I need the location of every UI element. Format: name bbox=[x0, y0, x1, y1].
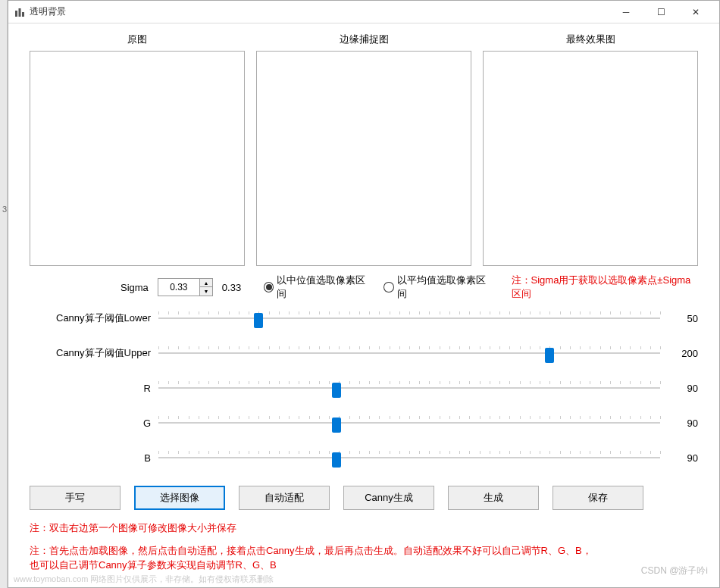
edge-label: 边缘捕捉图 bbox=[256, 33, 471, 46]
note-1: 注：双击右边第一个图像可修改图像大小并保存 bbox=[30, 521, 698, 536]
close-button[interactable]: ✕ bbox=[678, 1, 713, 23]
sigma-radio-group: 以中位值选取像素区间 以平均值选取像素区间 bbox=[264, 274, 488, 301]
slider-upper-value: 200 bbox=[660, 348, 698, 359]
slider-r-track[interactable] bbox=[158, 381, 660, 395]
slider-lower-value: 50 bbox=[660, 313, 698, 324]
result-image-box[interactable] bbox=[483, 51, 698, 266]
slider-r-row: R 90 bbox=[30, 381, 698, 395]
sigma-up-button[interactable]: ▲ bbox=[200, 279, 212, 287]
button-row: 手写 选择图像 自动适配 Canny生成 生成 保存 bbox=[30, 486, 698, 510]
left-strip-value: 3 bbox=[2, 205, 7, 214]
slider-lower-track[interactable] bbox=[158, 311, 660, 325]
slider-r-thumb[interactable] bbox=[332, 383, 341, 398]
save-button[interactable]: 保存 bbox=[553, 486, 643, 510]
sigma-down-button[interactable]: ▼ bbox=[200, 287, 212, 296]
sigma-spin-buttons: ▲ ▼ bbox=[199, 279, 212, 296]
slider-g-track[interactable] bbox=[158, 416, 660, 430]
watermark: CSDN @游子吟i bbox=[641, 565, 708, 577]
left-strip: 3 bbox=[0, 0, 8, 588]
slider-g-value: 90 bbox=[660, 418, 698, 429]
auto-fit-button[interactable]: 自动适配 bbox=[239, 486, 330, 510]
radio-mean-label: 以平均值选取像素区间 bbox=[397, 274, 489, 301]
window-controls: ─ ☐ ✕ bbox=[609, 1, 713, 23]
radio-mean[interactable]: 以平均值选取像素区间 bbox=[383, 274, 488, 301]
result-label: 最终效果图 bbox=[483, 33, 698, 46]
original-label: 原图 bbox=[30, 33, 245, 46]
svg-rect-1 bbox=[19, 8, 21, 17]
sigma-spinner[interactable]: ▲ ▼ bbox=[158, 278, 213, 296]
app-icon bbox=[14, 7, 25, 17]
result-image-col: 最终效果图 bbox=[483, 33, 698, 266]
sigma-display: 0.33 bbox=[222, 282, 241, 293]
sigma-label: Sigma bbox=[121, 282, 149, 293]
original-image-col: 原图 bbox=[30, 33, 245, 266]
canny-generate-button[interactable]: Canny生成 bbox=[343, 486, 434, 510]
svg-rect-2 bbox=[22, 12, 24, 17]
edge-image-box[interactable] bbox=[256, 51, 471, 266]
slider-g-label: G bbox=[30, 418, 158, 429]
slider-r-label: R bbox=[30, 383, 158, 394]
original-image-box[interactable] bbox=[30, 51, 245, 266]
slider-lower-thumb[interactable] bbox=[254, 313, 263, 328]
slider-b-label: B bbox=[30, 452, 158, 464]
footer-faint: www.toymoban.com 网络图片仅供展示，非存储。如有侵权请联系删除 bbox=[14, 574, 274, 585]
slider-upper-label: Canny算子阈值Upper bbox=[30, 346, 158, 360]
slider-b-value: 90 bbox=[660, 452, 698, 464]
sigma-row: Sigma ▲ ▼ 0.33 以中位值选取像素区间 以平均值选取像素区间 bbox=[30, 274, 698, 301]
slider-upper-thumb[interactable] bbox=[545, 348, 554, 363]
svg-rect-0 bbox=[15, 11, 17, 17]
slider-lower-label: Canny算子阈值Lower bbox=[30, 311, 158, 325]
sigma-input[interactable] bbox=[158, 279, 199, 296]
generate-button[interactable]: 生成 bbox=[448, 486, 539, 510]
handwrite-button[interactable]: 手写 bbox=[30, 486, 121, 510]
slider-g-thumb[interactable] bbox=[332, 418, 341, 433]
content: 原图 边缘捕捉图 最终效果图 Sigma ▲ ▼ 0.33 bbox=[8, 23, 719, 586]
slider-g-row: G 90 bbox=[30, 416, 698, 430]
edge-image-col: 边缘捕捉图 bbox=[256, 33, 471, 266]
slider-lower-row: Canny算子阈值Lower 50 bbox=[30, 311, 698, 325]
slider-b-track[interactable] bbox=[158, 451, 660, 464]
radio-mean-icon bbox=[383, 282, 393, 292]
sigma-note: 注：Sigma用于获取以选取像素点±Sigma区间 bbox=[512, 274, 698, 301]
note-2: 注：首先点击加载图像，然后点击自动适配，接着点击Canny生成，最后再点击生成。… bbox=[30, 543, 698, 573]
image-panels: 原图 边缘捕捉图 最终效果图 bbox=[30, 33, 698, 266]
slider-upper-row: Canny算子阈值Upper 200 bbox=[30, 346, 698, 360]
titlebar: 透明背景 ─ ☐ ✕ bbox=[8, 1, 719, 23]
window-title: 透明背景 bbox=[30, 5, 609, 18]
window: 透明背景 ─ ☐ ✕ 原图 边缘捕捉图 最终效果图 Sigma bbox=[8, 0, 720, 588]
slider-b-thumb[interactable] bbox=[332, 452, 341, 468]
select-image-button[interactable]: 选择图像 bbox=[134, 486, 225, 510]
slider-upper-track[interactable] bbox=[158, 346, 660, 360]
radio-median-icon bbox=[264, 282, 274, 292]
radio-median[interactable]: 以中位值选取像素区间 bbox=[264, 274, 368, 301]
minimize-button[interactable]: ─ bbox=[609, 1, 643, 23]
radio-median-label: 以中位值选取像素区间 bbox=[277, 274, 368, 301]
slider-b-row: B 90 bbox=[30, 451, 698, 464]
maximize-button[interactable]: ☐ bbox=[643, 1, 678, 23]
slider-r-value: 90 bbox=[660, 383, 698, 394]
